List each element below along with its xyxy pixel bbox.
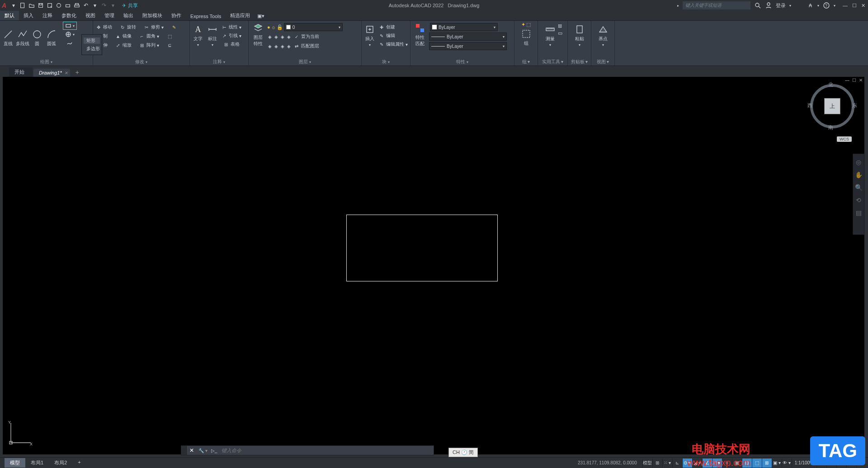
panel-block-label[interactable]: 块 ▾ <box>363 58 409 66</box>
linear-button[interactable]: ⊢线性 ▾ <box>220 23 242 31</box>
arc-button[interactable]: 圆弧 <box>45 22 58 47</box>
snap-icon[interactable]: ⁙ ▾ <box>662 459 672 468</box>
viewcube-west[interactable]: 西 <box>807 102 812 109</box>
hatch-button[interactable]: ▾ <box>64 30 75 38</box>
user-icon[interactable] <box>765 2 772 9</box>
leader-button[interactable]: ↗引线 ▾ <box>220 32 242 40</box>
base-button[interactable]: 基点▾ <box>596 22 610 47</box>
color-dropdown[interactable]: ByLayer▾ <box>430 23 498 31</box>
block-attedit[interactable]: ✎编辑属性 ▾ <box>377 40 409 48</box>
layer-tool5[interactable]: ◈ <box>267 42 273 50</box>
model-button[interactable]: 模型 <box>642 459 652 468</box>
setlayer-button[interactable]: ✓置为当前 <box>292 33 320 41</box>
panel-annot-label[interactable]: 注释 ▾ <box>191 58 247 66</box>
login-label[interactable]: 登录 <box>776 2 786 9</box>
drawing-canvas[interactable]: — ☐ ✕ 北 南 西 东 上 WCS ◎ ✋ 🔍 ⟲ ▤ YX <box>3 77 864 454</box>
layout-1[interactable]: 布局1 <box>25 458 49 468</box>
login-dropdown[interactable]: ▾ <box>789 4 791 8</box>
panel-draw-label[interactable]: 绘图 ▾ <box>1 58 91 66</box>
grid-icon[interactable]: ⊞ <box>652 459 662 468</box>
tab-insert[interactable]: 插入 <box>19 10 38 20</box>
viewcube-east[interactable]: 东 <box>852 102 857 109</box>
layer-dropdown[interactable]: 0▾ <box>284 23 343 31</box>
matchlayer-button[interactable]: ⇄匹配图层 <box>292 42 320 50</box>
move-button[interactable]: ✥移动 <box>94 23 113 31</box>
layer-tool6[interactable]: ◈ <box>274 42 279 50</box>
tab-addins[interactable]: 附加模块 <box>138 10 167 20</box>
scale-button[interactable]: ⤢缩放 <box>114 41 132 49</box>
group-icon1[interactable]: ✦ <box>521 22 525 28</box>
tab-drawing1[interactable]: Drawing1*✕ <box>33 69 70 77</box>
layer-tool8[interactable]: ◈ <box>286 42 292 50</box>
panel-group-label[interactable]: 组 ▾ <box>516 58 536 66</box>
showmotion-icon[interactable]: ▤ <box>856 209 862 216</box>
share-button[interactable]: ✈ 共享 <box>122 2 138 9</box>
text-button[interactable]: A文字▾ <box>191 22 205 47</box>
maximize-icon[interactable]: ☐ <box>852 3 857 9</box>
sun-icon[interactable]: ☼ <box>271 24 276 30</box>
viewcube-north[interactable]: 北 <box>828 81 833 88</box>
close-tab-icon[interactable]: ✕ <box>64 70 68 75</box>
polyline-button[interactable]: 多段线 <box>16 22 29 47</box>
save-icon[interactable] <box>37 1 45 9</box>
panel-modify-label[interactable]: 修改 ▾ <box>94 58 188 66</box>
explode-button[interactable]: ⬚ <box>165 32 174 40</box>
app-exchange-icon[interactable]: ₳ <box>807 2 814 9</box>
orbit-icon[interactable]: ⟲ <box>856 197 861 204</box>
add-tab-button[interactable]: + <box>71 68 84 77</box>
web-icon[interactable] <box>55 1 63 9</box>
panel-clip-label[interactable]: 剪贴板 ▾ <box>569 58 590 66</box>
layer-props-button[interactable]: 图层 特性 <box>250 22 266 47</box>
search-dropdown[interactable]: ▸ <box>677 4 679 8</box>
zoom-icon[interactable]: 🔍 <box>855 184 863 191</box>
redo-dropdown[interactable]: ▾ <box>109 1 117 9</box>
erase-button[interactable]: ✎ <box>170 23 178 31</box>
layout-2[interactable]: 布局2 <box>49 458 72 468</box>
calc-icon[interactable]: ⊞ <box>558 23 562 29</box>
line-button[interactable]: 直线 <box>1 22 15 47</box>
undo-dropdown[interactable]: ▾ <box>91 1 99 9</box>
measure-button[interactable]: 测量▾ <box>543 22 557 47</box>
ortho-icon[interactable]: ⊾ <box>672 459 682 468</box>
dyninput-icon[interactable]: ⊞ <box>762 459 772 468</box>
layer-tool3[interactable]: ◈ <box>280 33 285 41</box>
fillet-button[interactable]: ⌐圆角 ▾ <box>138 32 160 40</box>
saveas-icon[interactable] <box>46 1 54 9</box>
layer-tool4[interactable]: ◈ <box>286 33 292 41</box>
panel-prop-label[interactable]: 特性 ▾ <box>412 58 513 66</box>
view-cube[interactable]: 北 南 西 东 上 <box>807 81 857 131</box>
undo-icon[interactable]: ↶ <box>82 1 90 9</box>
minimize-icon[interactable]: — <box>843 3 848 9</box>
viewcube-south[interactable]: 南 <box>828 124 833 131</box>
tab-output[interactable]: 输出 <box>119 10 138 20</box>
layer-tool7[interactable]: ◈ <box>280 42 285 50</box>
group-icon2[interactable]: ⬚ <box>526 22 531 28</box>
tab-start[interactable]: 开始 <box>9 67 33 77</box>
command-line[interactable]: ✕ 🔧 ▾ ▷_ <box>181 445 434 455</box>
tab-annotate[interactable]: 注释 <box>38 10 57 20</box>
matchprop-button[interactable]: 特性 匹配 <box>412 22 428 47</box>
tab-express[interactable]: Express Tools <box>186 11 226 20</box>
array-button[interactable]: ⊞阵列 ▾ <box>138 41 160 49</box>
dynucs-icon[interactable]: ⬚ <box>752 459 762 468</box>
open-icon[interactable] <box>28 1 36 9</box>
tab-collab[interactable]: 协作 <box>167 10 186 20</box>
offset-button[interactable]: ⊆ <box>165 41 174 49</box>
polygon-option[interactable]: 多边形 <box>84 46 100 52</box>
panel-util-label[interactable]: 实用工具 ▾ <box>539 58 566 66</box>
block-edit[interactable]: ✎编辑 <box>377 32 396 40</box>
menu-dropdown[interactable]: ▾ <box>9 1 18 9</box>
spline-button[interactable] <box>66 39 74 47</box>
tab-manage[interactable]: 管理 <box>100 10 119 20</box>
search-icon[interactable] <box>754 2 761 9</box>
group-button[interactable]: 组 <box>519 28 533 47</box>
layout-model[interactable]: 模型 <box>5 458 25 468</box>
cmdline-recent[interactable]: 🔧 ▾ <box>197 448 209 453</box>
select-icon[interactable]: ▭ <box>558 30 562 36</box>
block-create[interactable]: ✚创建 <box>377 23 396 31</box>
tab-view[interactable]: 视图 <box>81 10 100 20</box>
paste-button[interactable]: 粘贴▾ <box>573 22 586 47</box>
circle-button[interactable]: 圆 <box>30 22 44 47</box>
tab-featured[interactable]: 精选应用 <box>226 10 255 20</box>
new-icon[interactable] <box>19 1 27 9</box>
